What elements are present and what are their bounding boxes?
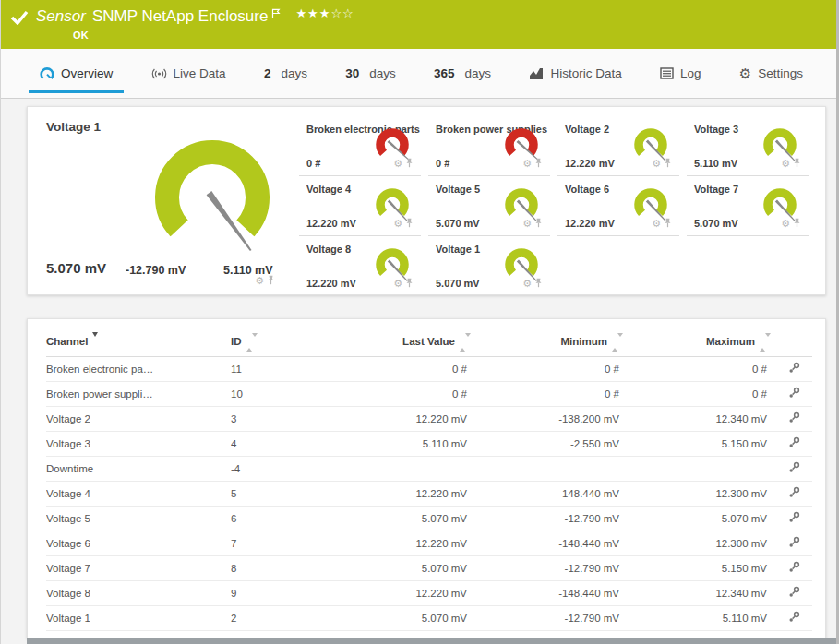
channels-table: Channel ID Last Value Minimum Maximum Br… <box>46 328 812 631</box>
channel-name[interactable]: Voltage 4 <box>46 481 231 506</box>
header-id[interactable]: ID <box>231 328 340 356</box>
gear-icon[interactable]: ⚙ <box>255 276 264 286</box>
pin-icon[interactable] <box>267 272 275 289</box>
pin-icon[interactable] <box>405 155 414 172</box>
gauge-cell[interactable]: Voltage 6 12.220 mV ⚙ <box>557 176 687 236</box>
tab-historic-data[interactable]: Historic Data <box>518 49 632 98</box>
channel-name[interactable]: Voltage 7 <box>46 555 231 580</box>
channel-name[interactable]: Voltage 2 <box>46 406 231 431</box>
channel-name[interactable]: Voltage 5 <box>46 506 231 531</box>
main-gauge-voltage-1[interactable]: Voltage 1 5.070 mV -12.790 mV 5.110 mV ⚙ <box>28 107 290 294</box>
gear-icon[interactable]: ⚙ <box>522 159 532 169</box>
channel-settings-icon[interactable] <box>788 614 800 625</box>
table-row[interactable]: Downtime -4 <box>46 456 812 481</box>
channel-settings-icon[interactable] <box>788 464 800 475</box>
gauge-cell[interactable]: Voltage 5 5.070 mV ⚙ <box>428 176 557 236</box>
table-row[interactable]: Voltage 2 3 12.220 mV -138.200 mV 12.340… <box>46 406 812 431</box>
channel-settings-icon[interactable] <box>788 564 800 575</box>
table-row[interactable]: Voltage 7 8 5.070 mV -12.790 mV 5.150 mV <box>46 555 812 580</box>
channel-name[interactable]: Voltage 8 <box>46 580 231 605</box>
gauge-title: Voltage 5 <box>436 184 480 195</box>
pin-icon[interactable] <box>793 155 801 172</box>
flag-icon[interactable] <box>271 5 281 25</box>
sensor-status-banner: Sensor SNMP NetApp Enclosure ★★★☆☆ OK <box>1 0 836 49</box>
gear-icon[interactable]: ⚙ <box>652 219 661 229</box>
tab-live-data[interactable]: Live Data <box>140 49 237 98</box>
channel-settings-icon[interactable] <box>788 364 800 376</box>
star-empty-icon[interactable]: ☆ <box>330 6 342 20</box>
gauge-title: Voltage 6 <box>565 184 609 195</box>
pin-icon[interactable] <box>405 215 414 232</box>
gauge-cell[interactable]: Broken power supplies 0 # ⚙ <box>428 116 557 176</box>
pin-icon[interactable] <box>664 155 672 172</box>
star-rating[interactable]: ★★★☆☆ <box>295 4 354 24</box>
gauge-cell[interactable]: Voltage 1 5.070 mV ⚙ <box>428 236 557 296</box>
table-row[interactable]: Voltage 5 6 5.070 mV -12.790 mV 5.070 mV <box>46 506 812 531</box>
channel-name[interactable]: Downtime <box>46 456 231 481</box>
gear-icon[interactable]: ⚙ <box>781 219 790 229</box>
channel-name[interactable]: Voltage 1 <box>46 605 231 630</box>
gauge-cell[interactable]: Voltage 7 5.070 mV ⚙ <box>687 176 816 236</box>
header-minimum[interactable]: Minimum <box>476 328 629 356</box>
pin-icon[interactable] <box>534 215 543 232</box>
star-empty-icon[interactable]: ☆ <box>342 6 354 20</box>
channel-name[interactable]: Broken electronic pa… <box>46 356 231 381</box>
pin-icon[interactable] <box>405 275 414 292</box>
channel-last-value: 5.070 mV <box>340 506 476 531</box>
pin-icon[interactable] <box>534 275 543 292</box>
settings-gear-icon: ⚙ <box>739 66 751 80</box>
channel-name[interactable]: Voltage 3 <box>46 431 231 456</box>
gear-icon[interactable]: ⚙ <box>781 159 790 169</box>
gear-icon[interactable]: ⚙ <box>652 159 661 169</box>
channel-name[interactable]: Broken power suppli… <box>46 381 231 406</box>
star-filled-icon[interactable]: ★ <box>295 6 307 20</box>
tab-30-days[interactable]: 30 days <box>334 49 407 98</box>
gear-icon[interactable]: ⚙ <box>393 159 402 169</box>
pin-icon[interactable] <box>534 155 543 172</box>
gauge-cell[interactable]: Broken electronic parts 0 # ⚙ <box>299 116 428 176</box>
pin-icon[interactable] <box>793 215 801 232</box>
tab-label: days <box>369 66 396 80</box>
gauge-cell[interactable]: Voltage 2 12.220 mV ⚙ <box>557 116 687 176</box>
channel-maximum: 12.340 mV <box>629 580 776 605</box>
channel-settings-icon[interactable] <box>788 439 800 450</box>
channel-settings-icon[interactable] <box>788 589 800 600</box>
star-filled-icon[interactable]: ★ <box>307 6 319 20</box>
gauge-icon <box>40 66 54 81</box>
channel-last-value: 12.220 mV <box>340 580 476 605</box>
channel-maximum <box>629 456 776 481</box>
gear-icon[interactable]: ⚙ <box>522 279 532 289</box>
tab-overview[interactable]: Overview <box>29 49 124 98</box>
channel-maximum: 12.300 mV <box>629 531 776 555</box>
gear-icon[interactable]: ⚙ <box>393 219 402 229</box>
header-maximum[interactable]: Maximum <box>629 328 776 356</box>
channel-settings-icon[interactable] <box>788 489 800 500</box>
pin-icon[interactable] <box>664 215 672 232</box>
main-gauge-value: 5.070 mV <box>46 260 106 276</box>
tab-settings[interactable]: ⚙ Settings <box>728 49 814 98</box>
star-filled-icon[interactable]: ★ <box>319 6 331 20</box>
channel-settings-icon[interactable] <box>788 539 800 550</box>
channel-settings-icon[interactable] <box>788 414 800 425</box>
tab-2-days[interactable]: 2 days <box>253 49 318 98</box>
table-row[interactable]: Voltage 8 9 12.220 mV -148.440 mV 12.340… <box>46 580 812 605</box>
tab-365-days[interactable]: 365 days <box>423 49 502 98</box>
tab-log[interactable]: Log <box>649 49 713 98</box>
table-row[interactable]: Voltage 3 4 5.110 mV -2.550 mV 5.150 mV <box>46 431 812 456</box>
gauge-cell[interactable]: Voltage 8 12.220 mV ⚙ <box>299 236 428 296</box>
sort-icon <box>460 337 471 348</box>
channel-settings-icon[interactable] <box>788 514 800 525</box>
table-row[interactable]: Voltage 6 7 12.220 mV -148.440 mV 12.300… <box>46 531 812 555</box>
table-row[interactable]: Voltage 1 2 5.070 mV -12.790 mV 5.110 mV <box>46 605 812 630</box>
gear-icon[interactable]: ⚙ <box>522 219 532 229</box>
table-row[interactable]: Broken electronic pa… 11 0 # 0 # 0 # <box>46 356 812 381</box>
channel-name[interactable]: Voltage 6 <box>46 531 231 555</box>
table-row[interactable]: Broken power suppli… 10 0 # 0 # 0 # <box>46 381 812 406</box>
gear-icon[interactable]: ⚙ <box>393 279 402 289</box>
header-channel[interactable]: Channel <box>46 328 231 356</box>
gauge-cell[interactable]: Voltage 4 12.220 mV ⚙ <box>299 176 428 236</box>
channel-settings-icon[interactable] <box>788 389 800 400</box>
gauge-cell[interactable]: Voltage 3 5.110 mV ⚙ <box>687 116 816 176</box>
header-last-value[interactable]: Last Value <box>340 328 476 356</box>
table-row[interactable]: Voltage 4 5 12.220 mV -148.440 mV 12.300… <box>46 481 812 506</box>
